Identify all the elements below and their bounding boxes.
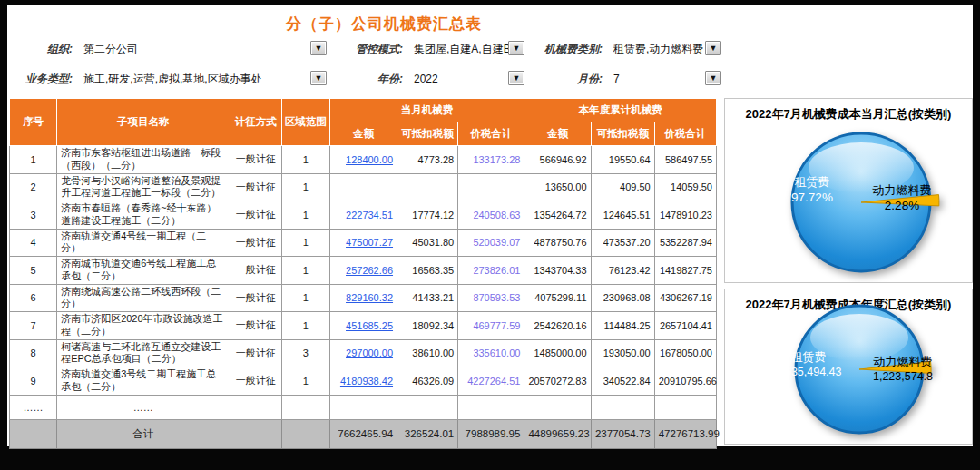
cell-seq: 3 xyxy=(10,201,57,230)
cell-region: 1 xyxy=(281,284,329,312)
cell-project-name: 柯诸高速与二环北路互通立交建设工程EPC总承包项目（二分） xyxy=(57,339,230,367)
month-amount-link[interactable]: 128400.00 xyxy=(346,154,393,165)
filter-machine-fee-category-value: 租赁费,动力燃料费 xyxy=(613,42,703,57)
filter-business-type: 业务类型: 施工,研发,运营,虚拟,基地,区域办事处 xyxy=(18,71,262,87)
month-amount-link[interactable]: 451685.25 xyxy=(346,320,393,331)
machinery-cost-table: 序号 子项目名称 计征方式 区域范围 当月机械费 本年度累计机械费 金额 可抵扣… xyxy=(9,98,717,449)
cell-month-deductible: 18092.34 xyxy=(397,312,458,340)
col-header-year-total: 价税合计 xyxy=(654,122,716,146)
cell-year-total: 1419827.75 xyxy=(654,257,716,285)
filter-business-type-label: 业务类型: xyxy=(18,72,73,87)
cell-year-amount: 13650.00 xyxy=(524,173,591,201)
filter-machine-fee-category: 机械费类别: 租赁费,动力燃料费 xyxy=(532,41,703,57)
cell-year-deductible: 124645.51 xyxy=(591,201,654,230)
cell-year-deductible: 114484.25 xyxy=(591,312,654,340)
month-amount-link[interactable]: 257262.66 xyxy=(346,265,393,276)
cell-year-deductible: 340522.84 xyxy=(591,367,654,396)
filter-month-label: 月份: xyxy=(532,72,603,87)
cell-region: 3 xyxy=(281,339,329,367)
col-header-year-amount: 金额 xyxy=(524,122,591,146)
col-header-seq: 序号 xyxy=(10,99,57,146)
filter-month-value: 7 xyxy=(613,73,620,85)
cell-month-amount: 128400.00 xyxy=(329,146,397,174)
cell-region: 1 xyxy=(281,173,329,201)
cell-project-name: 龙骨河与小汉峪沟河道整治及景观提升工程河道工程施工一标段（二分） xyxy=(57,173,230,201)
month-amount-link[interactable]: 222734.51 xyxy=(346,210,393,220)
cell-project-name: 济南城市轨道交通6号线工程施工总承包（二分） xyxy=(57,257,230,285)
col-header-region: 区域范围 xyxy=(281,99,329,146)
control-mode-dropdown-button[interactable]: ▼ xyxy=(508,41,524,55)
cell-project-name: 济南市春晅路（春秀路~经十东路）道路建设工程施工（二分） xyxy=(57,201,230,230)
total-label: 合计 xyxy=(57,419,230,448)
cell-year-deductible: 409.50 xyxy=(591,173,654,201)
table-row: 3济南市春晅路（春秀路~经十东路）道路建设工程施工（二分）一般计征1222734… xyxy=(10,201,717,230)
cell-month-deductible: 41433.21 xyxy=(397,284,458,312)
cell-method: 一般计征 xyxy=(230,229,281,257)
cell-method: 一般计征 xyxy=(230,339,281,367)
cell-year-deductible: 76123.42 xyxy=(591,257,654,285)
org-dropdown-button[interactable]: ▼ xyxy=(310,41,327,55)
chevron-down-icon: ▼ xyxy=(710,44,718,53)
cell-year-amount: 1343704.33 xyxy=(524,257,591,285)
total-year-total: 47276713.99 xyxy=(654,419,716,448)
machine-fee-category-dropdown-button[interactable]: ▼ xyxy=(705,41,721,55)
cell-year-total: 1678050.00 xyxy=(654,339,716,367)
cell-method: 一般计征 xyxy=(230,284,281,312)
year-pie-chart[interactable] xyxy=(725,289,972,444)
table-row: 4济南轨道交通4号线一期工程（二分）一般计征1475007.2745031.80… xyxy=(10,229,717,257)
cell-month-total: 469777.59 xyxy=(458,312,524,340)
cell-year-amount: 4075299.11 xyxy=(524,284,591,312)
cell-region: 1 xyxy=(281,367,329,396)
col-header-name: 子项目名称 xyxy=(57,99,230,146)
total-month-amount: 7662465.94 xyxy=(329,419,397,448)
filter-org-label: 组织: xyxy=(18,42,73,57)
cell-month-amount: 222734.51 xyxy=(329,201,397,230)
cell-month-deductible: 45031.80 xyxy=(397,229,458,257)
col-header-month-total: 价税合计 xyxy=(458,122,524,146)
cell-month-total: 4227264.51 xyxy=(458,367,524,396)
cell-year-amount: 1354264.72 xyxy=(524,201,591,230)
filter-control-mode-label: 管控模式: xyxy=(345,42,403,57)
month-amount-link[interactable]: 4180938.42 xyxy=(340,376,393,387)
cell-month-amount: 451685.25 xyxy=(329,312,397,340)
month-dropdown-button[interactable]: ▼ xyxy=(705,71,721,85)
cell-year-total: 14059.50 xyxy=(654,173,716,201)
table-row: 6济南绕城高速公路二环线西环段（二分）一般计征1829160.3241433.2… xyxy=(10,284,717,312)
cell-year-total: 1478910.23 xyxy=(654,201,716,230)
cell-year-amount: 2542620.16 xyxy=(524,312,591,340)
cell-month-total: 240508.63 xyxy=(458,201,524,230)
cell-year-deductible: 230968.08 xyxy=(591,284,654,312)
cell-year-total: 586497.55 xyxy=(654,146,716,174)
filter-org-value: 第二分公司 xyxy=(83,42,138,57)
cell-month-deductible: 4773.28 xyxy=(397,146,458,174)
table-row: 2龙骨河与小汉峪沟河道整治及景观提升工程河道工程施工一标段（二分）一般计征113… xyxy=(10,173,717,201)
cell-method: 一般计征 xyxy=(230,173,281,201)
cell-year-deductible: 19550.64 xyxy=(591,146,654,174)
cell-region: 1 xyxy=(281,229,329,257)
cell-month-amount: 297000.00 xyxy=(329,339,397,367)
month-pie-chart[interactable] xyxy=(725,99,972,282)
col-header-year-deductible: 可抵扣税额 xyxy=(591,122,654,146)
chevron-down-icon: ▼ xyxy=(513,73,521,83)
cell-month-total: 273826.01 xyxy=(458,257,524,285)
cell-year-amount: 566946.92 xyxy=(524,146,591,174)
ellipsis-cell: …… xyxy=(57,395,230,419)
month-amount-link[interactable]: 297000.00 xyxy=(346,348,393,358)
business-type-dropdown-button[interactable]: ▼ xyxy=(310,71,327,85)
cell-method: 一般计征 xyxy=(230,201,281,230)
total-row: 合计 7662465.94 326524.01 7988989.95 44899… xyxy=(10,419,717,448)
cell-month-deductible xyxy=(397,173,458,201)
cell-month-amount: 4180938.42 xyxy=(329,367,397,396)
cell-month-total: 335610.00 xyxy=(458,339,524,367)
cell-region: 1 xyxy=(281,146,329,174)
ellipsis-cell: …… xyxy=(10,395,57,419)
year-dropdown-button[interactable]: ▼ xyxy=(508,71,524,85)
chevron-down-icon: ▼ xyxy=(315,73,323,83)
filter-machine-fee-category-label: 机械费类别: xyxy=(532,42,603,57)
filter-year-value: 2022 xyxy=(414,73,438,85)
cell-method: 一般计征 xyxy=(230,146,281,174)
month-amount-link[interactable]: 829160.32 xyxy=(346,292,393,303)
cell-year-total: 2657104.41 xyxy=(654,312,716,340)
cell-month-total: 870593.53 xyxy=(458,284,524,312)
month-amount-link[interactable]: 475007.27 xyxy=(346,237,393,248)
